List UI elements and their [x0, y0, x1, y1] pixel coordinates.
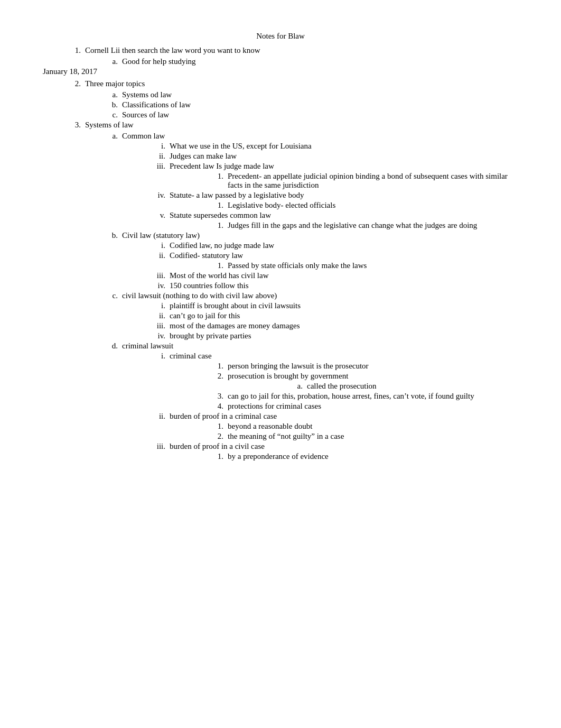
list-text: Judges can make law	[170, 152, 518, 161]
list-text: prosecution is brought by government	[228, 372, 518, 381]
section-3c: c. civil lawsuit (nothing to do with civ…	[59, 291, 518, 340]
list-item: c. Sources of law	[90, 110, 518, 119]
list-marker: 2.	[201, 372, 228, 381]
list-marker: ii.	[138, 152, 170, 161]
section-1: 1. Cornell Lii then search the law word …	[43, 46, 518, 66]
list-text: Statute supersedes common law	[170, 211, 518, 220]
section-3a-sub: i. What we use in the US, except for Lou…	[90, 142, 518, 230]
list-text: most of the damages are money damages	[170, 321, 518, 330]
list-item: i. plaintiff is brought about in civil l…	[138, 301, 518, 310]
list-marker: iii.	[138, 271, 170, 280]
list-item: iv. 150 countries follow this	[138, 281, 518, 290]
list-marker: 3.	[201, 392, 228, 401]
list-item: b. Civil law (statutory law)	[90, 231, 518, 240]
list-marker: i.	[138, 301, 170, 310]
page-container: Notes for Blaw 1. Cornell Lii then searc…	[43, 32, 518, 461]
list-text: Judges fill in the gaps and the legislat…	[228, 221, 518, 230]
section-3d-i-sub: 1. person bringing the lawsuit is the pr…	[138, 362, 518, 411]
list-text: by a preponderance of evidence	[228, 452, 518, 461]
list-text: plaintiff is brought about in civil laws…	[170, 301, 518, 310]
list-marker: ii.	[138, 251, 170, 260]
list-marker: iv.	[138, 281, 170, 290]
list-text: Legislative body- elected officials	[228, 201, 518, 210]
list-item: a. Good for help studying	[90, 57, 518, 66]
list-marker: a.	[90, 132, 122, 141]
list-item: 1. Passed by state officials only make t…	[201, 261, 518, 270]
list-marker: v.	[138, 211, 170, 220]
list-marker: 1.	[201, 422, 228, 431]
list-text: can go to jail for this, probation, hous…	[228, 392, 518, 401]
list-text: Three major topics	[85, 79, 518, 88]
list-item: iii. Most of the world has civil law	[138, 271, 518, 280]
list-item: a. Systems od law	[90, 90, 518, 99]
section-3a: a. Common law i. What we use in the US, …	[59, 132, 518, 230]
list-item: 2. the meaning of “not guilty” in a case	[201, 432, 518, 441]
list-text: Sources of law	[122, 110, 518, 119]
list-item: a. Common law	[90, 132, 518, 141]
list-item: 1. Cornell Lii then search the law word …	[59, 46, 518, 55]
list-item: ii. burden of proof in a criminal case	[138, 412, 518, 421]
section-3b-sub: i. Codified law, no judge made law ii. C…	[90, 241, 518, 290]
list-item: a. called the prosecution	[280, 382, 518, 391]
section-3b: b. Civil law (statutory law) i. Codified…	[59, 231, 518, 290]
list-marker: i.	[138, 241, 170, 250]
list-marker: 1.	[201, 172, 228, 190]
list-item: iv. brought by private parties	[138, 331, 518, 340]
list-text: Systems of law	[85, 121, 518, 130]
list-text: criminal lawsuit	[122, 342, 518, 351]
list-text: Civil law (statutory law)	[122, 231, 518, 240]
list-item: 1. person bringing the lawsuit is the pr…	[201, 362, 518, 371]
list-marker: 1.	[59, 46, 85, 55]
list-item: 1. Legislative body- elected officials	[201, 201, 518, 210]
list-item: iv. Statute- a law passed by a legislati…	[138, 191, 518, 200]
title-text: Notes for Blaw	[256, 32, 305, 40]
list-text: Systems od law	[122, 90, 518, 99]
list-text: Precedent law Is judge made law	[170, 162, 518, 171]
list-item: 1. Precedent- an appellate judicial opin…	[201, 172, 518, 190]
list-item: b. Classifications of law	[90, 100, 518, 109]
list-item: ii. Judges can make law	[138, 152, 518, 161]
list-marker: 1.	[201, 261, 228, 270]
list-text: criminal case	[170, 352, 518, 361]
list-item: iii. most of the damages are money damag…	[138, 321, 518, 330]
list-text: Precedent- an appellate judicial opinion…	[228, 172, 518, 190]
list-marker: 2.	[59, 79, 85, 88]
list-marker: iii.	[138, 321, 170, 330]
list-item: iii. burden of proof in a civil case	[138, 442, 518, 451]
list-marker: i.	[138, 142, 170, 151]
list-text: civil lawsuit (nothing to do with civil …	[122, 291, 518, 300]
list-marker: i.	[138, 352, 170, 361]
list-text: 150 countries follow this	[170, 281, 518, 290]
list-text: the meaning of “not guilty” in a case	[228, 432, 518, 441]
list-marker: iv.	[138, 191, 170, 200]
list-text: Most of the world has civil law	[170, 271, 518, 280]
list-text: called the prosecution	[307, 382, 377, 391]
list-text: Classifications of law	[122, 100, 518, 109]
list-marker: c.	[90, 110, 122, 119]
list-item: 2. Three major topics	[59, 79, 518, 88]
section-3a-iii-sub: 1. Precedent- an appellate judicial opin…	[138, 172, 518, 190]
list-text: Codified law, no judge made law	[170, 241, 518, 250]
list-text: Passed by state officials only make the …	[228, 261, 518, 270]
list-marker: 1.	[201, 452, 228, 461]
section-3d-sub: i. criminal case 1. person bringing the …	[90, 352, 518, 461]
section-3d: d. criminal lawsuit i. criminal case 1. …	[59, 342, 518, 461]
list-text: brought by private parties	[170, 331, 518, 340]
list-item: c. civil lawsuit (nothing to do with civ…	[90, 291, 518, 300]
list-text: burden of proof in a criminal case	[170, 412, 518, 421]
date-text: January 18, 2017	[43, 67, 97, 76]
list-marker: 4.	[201, 402, 228, 411]
section-3: 3. Systems of law a. Common law i. What …	[43, 121, 518, 461]
list-text: Common law	[122, 132, 518, 141]
list-marker: 3.	[59, 121, 85, 130]
sub-section: a. Systems od law b. Classifications of …	[59, 90, 518, 119]
section-3a-iv-sub: 1. Legislative body- elected officials	[138, 201, 518, 210]
list-text: can’t go to jail for this	[170, 311, 518, 320]
list-marker: c.	[90, 291, 122, 300]
list-item: 1. by a preponderance of evidence	[201, 452, 518, 461]
list-text: person bringing the lawsuit is the prose…	[228, 362, 518, 371]
list-marker: d.	[90, 342, 122, 351]
list-marker: 2.	[201, 432, 228, 441]
list-item: 3. Systems of law	[59, 121, 518, 130]
date-label: January 18, 2017	[43, 67, 518, 76]
